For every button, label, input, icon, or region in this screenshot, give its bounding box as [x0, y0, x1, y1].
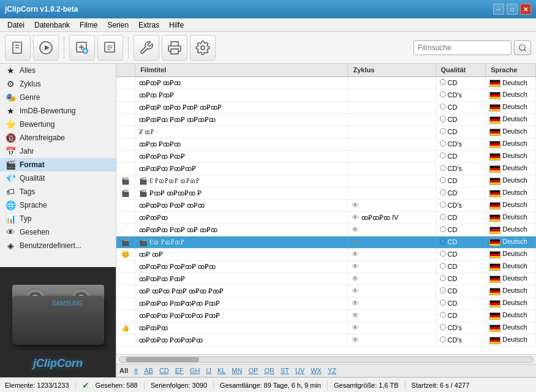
table-row[interactable]: ꝏꝐꝏ ꝐꝏꝐꝏ CD's Deutsch [116, 138, 536, 150]
sidebar-item-jahr[interactable]: 📅 Jahr [0, 145, 116, 158]
table-row[interactable]: ꝏꝐꝏꝐꝏ ꝐꝏꝐꝏꝐꝏ👁 CD's Deutsch [116, 334, 536, 346]
de-flag-icon [489, 276, 500, 283]
table-row[interactable]: ꝏꝐꝏꝐꝏ ꝐꝏꝐ ꝏꝐꝏꝐꝏ CD Deutsch [116, 113, 536, 126]
horizontal-scrollbar[interactable] [116, 354, 536, 364]
scroll-thumb[interactable] [126, 357, 199, 362]
sidebar-item-typ[interactable]: 📊 Typ [0, 212, 116, 225]
sidebar-label-gesehen: Gesehen [20, 228, 50, 236]
table-row[interactable]: Ꝟ ꝏꝐ CD Deutsch [116, 126, 536, 138]
row-quality: CD's [436, 334, 486, 346]
film-table-container[interactable]: Filmtitel Zyklus Qualität Sprache ꝏꝐꝏꝐ ꝏ… [116, 64, 536, 354]
sidebar-item-benutzerdefiniert[interactable]: ◈ Benutzerdefiniert... [0, 239, 116, 252]
sidebar-item-format[interactable]: 🎬 Format [0, 158, 116, 172]
alpha-nav-item-wx[interactable]: WX [308, 366, 325, 375]
search-button[interactable] [514, 40, 531, 55]
alpha-nav-item-gh[interactable]: GH [187, 366, 203, 375]
row-title: ꝏꝐꝏꝐꝏ ꝐꝏꝐ ꝏꝐꝏꝐꝏ [135, 113, 348, 126]
table-row[interactable]: 🎬🎬 ꝐꝏꝐ ꝏꝐꝏꝐꝏ Ꝑ CD Deutsch [116, 187, 536, 199]
row-title: ꝏꝐꝏꝐꝏ [135, 211, 348, 224]
sidebar-label-typ: Typ [20, 214, 31, 223]
table-row[interactable]: ꝏꝐꝏꝐꝏ ꝐꝏꝐꝏꝐꝏ ꝐꝏꝐ👁 CD Deutsch [116, 309, 536, 322]
row-title: ꝏꝐ ꝏꝐꝏ ꝐꝏꝐ ꝏꝐꝏ ꝐꝏꝐ [135, 285, 348, 297]
sidebar-label-jahr: Jahr [20, 147, 34, 156]
row-sprache: Deutsch [486, 162, 536, 175]
minimize-button[interactable]: ─ [493, 4, 504, 15]
alpha-nav-item-op[interactable]: OP [245, 366, 261, 375]
seen-eye-icon: 👁 [352, 225, 359, 234]
alpha-nav-item-cd[interactable]: CD [156, 366, 172, 375]
col-sprache[interactable]: Sprache [486, 64, 536, 77]
col-zyklus[interactable]: Zyklus [348, 64, 436, 77]
sidebar-item-qualitaet[interactable]: 💎 Qualität [0, 172, 116, 185]
alpha-nav-item-kl[interactable]: KL [214, 366, 228, 375]
alpha-nav-item-st[interactable]: ST [277, 366, 292, 375]
sidebar-item-genre[interactable]: 🎭 Genre [0, 91, 116, 104]
tools-button[interactable] [134, 35, 159, 61]
table-row[interactable]: ꝏꝐꝏꝐꝏ ꝐꝏꝐꝏꝐ ꝏꝐꝏ👁 CD Deutsch [116, 260, 536, 273]
alpha-nav-item-ab[interactable]: AB [141, 366, 156, 375]
close-button[interactable]: ✕ [520, 4, 531, 15]
table-row[interactable]: ꝏꝐꝏ ꝐꝏꝐ CD's Deutsch [116, 89, 536, 101]
table-row[interactable]: 🎬🎬 Ꞓ ꝐꝏꝐꝏꝐ ꝏꝐꝏꝐ CD Deutsch [116, 175, 536, 187]
alpha-nav-item-ij[interactable]: IJ [203, 366, 214, 375]
menu-datei[interactable]: Datei [2, 20, 29, 31]
sidebar-item-imdb[interactable]: ★ ImDB-Bewertung [0, 104, 116, 118]
table-row[interactable]: ꝏꝐꝏꝐꝏ ꝐꝏꝐ👁 CD Deutsch [116, 273, 536, 285]
sidebar-label-imdb: ImDB-Bewertung [20, 107, 75, 115]
menu-datenbank[interactable]: Datenbank [29, 20, 75, 31]
alpha-nav-item-#[interactable]: # [131, 366, 141, 375]
table-row[interactable]: 👍ꝏꝐꝏꝐꝏ👁 CD's Deutsch [116, 322, 536, 334]
table-row[interactable]: ꝏꝐꝏꝐꝏ ꝐꝏꝐꝏꝐꝏ ꝐꝏꝐ👁 CD Deutsch [116, 297, 536, 309]
table-row[interactable]: ꝏꝐ ꝏꝐꝏ ꝐꝏꝐ ꝏꝐꝏ ꝐꝏꝐ👁 CD Deutsch [116, 285, 536, 297]
print-button[interactable] [162, 35, 187, 61]
play-button[interactable] [33, 35, 59, 61]
de-flag-icon [489, 92, 500, 99]
add-button[interactable] [69, 35, 95, 61]
table-row[interactable]: ꝏꝐꝏꝐꝏ ꝐꝏꝐ ꝏꝐ ꝏꝐꝏ👁 CD Deutsch [116, 224, 536, 236]
row-icon-cell [116, 334, 135, 346]
alpha-nav-item-all[interactable]: All [116, 366, 131, 375]
table-row[interactable]: 😊ꝏꝐ ꝏꝐ👁 CD Deutsch [116, 248, 536, 260]
row-zyklus: 👁 [348, 322, 436, 334]
table-row[interactable]: ꝏꝐꝏꝐꝏ👁 ꝏꝐꝏꝐꝏ IV CD Deutsch [116, 211, 536, 224]
table-row[interactable]: ꝏꝐꝏꝐ ꝏꝐꝏ CD Deutsch [116, 77, 536, 89]
sidebar-item-altersfreigabe[interactable]: 🔞 Altersfreigabe [0, 131, 116, 145]
scroll-track[interactable] [119, 356, 534, 363]
alpha-nav-item-yz[interactable]: YZ [325, 366, 339, 375]
table-row[interactable]: 🎬🎬 Ꞓꝏ ꝐꝏꝐꝏꝐ👁 CD Deutsch [116, 236, 536, 248]
sidebar-label-zyklus: Zyklus [20, 80, 41, 88]
search-input[interactable] [413, 40, 511, 55]
quality-radio-icon [440, 300, 446, 306]
sidebar-item-sprache[interactable]: 🌐 Sprache [0, 198, 116, 212]
menu-hilfe[interactable]: Hilfe [164, 20, 189, 31]
alpha-nav-item-ef[interactable]: EF [172, 366, 187, 375]
col-icon [116, 64, 135, 77]
table-row[interactable]: ꝏꝐꝏꝐꝏ ꝐꝏꝐ ꝏꝐꝏ👁 CD's Deutsch [116, 199, 536, 211]
alpha-nav-item-qr[interactable]: QR [261, 366, 277, 375]
sidebar-item-gesehen[interactable]: 👁 Gesehen [0, 225, 116, 239]
row-zyklus: 👁 [348, 224, 436, 236]
col-filmtitel[interactable]: Filmtitel [135, 64, 348, 77]
edit-button[interactable] [97, 35, 123, 61]
menu-serien[interactable]: Serien [102, 20, 134, 31]
menu-filme[interactable]: Filme [75, 20, 102, 31]
maximize-button[interactable]: □ [507, 4, 518, 15]
row-zyklus [348, 175, 436, 187]
sidebar-item-tags[interactable]: 🏷 Tags [0, 185, 116, 198]
sidebar-item-bewertung[interactable]: ⭐ Bewertung [0, 118, 116, 131]
col-qualitaet[interactable]: Qualität [436, 64, 486, 77]
row-icon-cell [116, 309, 135, 322]
new-film-button[interactable] [5, 35, 31, 61]
table-row[interactable]: ꝏꝐꝏꝐ ꝏꝐꝏ ꝐꝏꝐ ꝏꝐꝏꝐ CD Deutsch [116, 101, 536, 113]
de-flag-icon [489, 104, 500, 111]
sidebar-item-alles[interactable]: ★ Alles [0, 64, 116, 77]
alpha-nav-item-uv[interactable]: UV [292, 366, 308, 375]
table-row[interactable]: ꝏꝐꝏꝐꝏ ꝐꝏꝐꝏꝐ CD's Deutsch [116, 162, 536, 175]
sidebar-item-zyklus[interactable]: ⚙ Zyklus [0, 77, 116, 91]
table-row[interactable]: ꝏꝐꝏꝐꝏ ꝐꝏꝐ CD Deutsch [116, 150, 536, 162]
settings-button[interactable] [190, 35, 216, 61]
row-sprache: Deutsch [486, 322, 536, 334]
menu-extras[interactable]: Extras [134, 20, 164, 31]
alpha-nav-item-mn[interactable]: MN [228, 366, 245, 375]
row-icon-cell [116, 199, 135, 211]
